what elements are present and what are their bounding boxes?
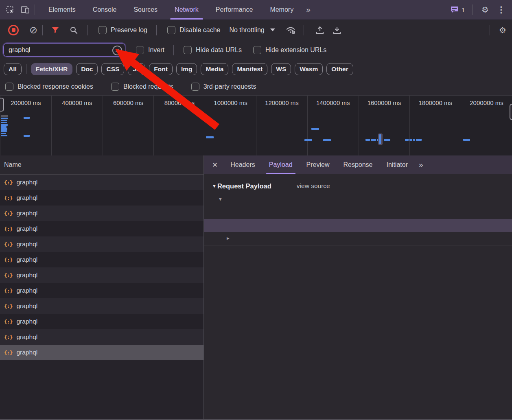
table-row[interactable]: {:}graphql: [0, 329, 203, 345]
table-row[interactable]: {:}graphql: [0, 298, 203, 314]
preserve-log-toggle[interactable]: Preserve log: [98, 26, 147, 34]
device-toolbar-icon[interactable]: [21, 6, 30, 14]
table-row[interactable]: {:}graphql: [0, 190, 203, 206]
preserve-log-checkbox[interactable]: [98, 26, 107, 34]
record-network-log-button[interactable]: [8, 25, 19, 35]
table-row[interactable]: {:}graphql: [0, 345, 203, 360]
tab-performance[interactable]: Performance: [207, 0, 262, 20]
tab-memory[interactable]: Memory: [261, 0, 302, 20]
search-icon[interactable]: [70, 26, 78, 34]
import-har-icon[interactable]: [315, 26, 324, 35]
blocked-requests-checkbox[interactable]: [111, 83, 119, 91]
chip-fetch-xhr[interactable]: Fetch/XHR: [31, 63, 72, 75]
chip-css[interactable]: CSS: [101, 63, 124, 75]
detail-tab-headers[interactable]: Headers: [223, 155, 262, 174]
request-name: graphql: [16, 194, 37, 201]
timeline-left-handle[interactable]: [0, 98, 4, 112]
hide-extension-urls-toggle[interactable]: Hide extension URLs: [253, 46, 326, 54]
tab-sources[interactable]: Sources: [125, 0, 166, 20]
timeline-columns: 200000 ms400000 ms600000 ms800000 ms1000…: [0, 96, 512, 155]
table-row[interactable]: {:}graphql: [0, 221, 203, 236]
table-row[interactable]: {:}graphql: [0, 283, 203, 298]
table-row[interactable]: {:}graphql: [0, 252, 203, 267]
table-row[interactable]: {:}graphql: [0, 267, 203, 283]
request-bar: [365, 139, 370, 141]
chip-img[interactable]: Img: [176, 63, 197, 75]
kebab-menu-icon[interactable]: ⋮: [493, 5, 507, 15]
json-icon: {:}: [4, 241, 12, 247]
table-row[interactable]: {:}graphql: [0, 206, 203, 221]
disable-cache-toggle[interactable]: Disable cache: [167, 26, 221, 34]
network-conditions-icon[interactable]: [286, 26, 296, 34]
clear-filter-icon[interactable]: ✕: [112, 46, 122, 55]
invert-toggle[interactable]: Invert: [136, 46, 164, 54]
export-har-icon[interactable]: [333, 26, 341, 35]
blocked-response-cookies-toggle[interactable]: Blocked response cookies: [5, 83, 93, 91]
hide-data-urls-checkbox[interactable]: [184, 46, 192, 54]
blocked-response-cookies-checkbox[interactable]: [5, 83, 13, 91]
timeline-right-handle[interactable]: [510, 104, 512, 120]
operation-name-line[interactable]: operationName: "ipFlowTimeseries": [204, 206, 512, 219]
blocked-requests-toggle[interactable]: Blocked requests: [111, 83, 173, 91]
inspect-element-icon[interactable]: [6, 6, 15, 14]
payload-preview-line[interactable]: ▼ {operationName: "ipFlowTimeseries", va…: [204, 193, 512, 206]
hide-data-urls-label: Hide data URLs: [196, 46, 242, 54]
tab-console[interactable]: Console: [84, 0, 125, 20]
close-detail-icon[interactable]: ✕: [204, 161, 223, 169]
chip-all[interactable]: All: [4, 63, 22, 75]
timeline-label-400000-ms: 400000 ms: [51, 96, 103, 155]
clear-network-log-icon[interactable]: ⊘: [29, 25, 37, 35]
more-tabs-icon[interactable]: »: [302, 5, 315, 14]
invert-checkbox[interactable]: [136, 46, 144, 54]
chip-wasm[interactable]: Wasm: [295, 63, 323, 75]
timeline-overview[interactable]: 200000 ms400000 ms600000 ms800000 ms1000…: [0, 96, 512, 156]
table-row[interactable]: {:}graphql: [0, 314, 203, 329]
table-row[interactable]: {:}graphql: [0, 236, 203, 252]
throttling-dropdown[interactable]: No throttling: [229, 26, 275, 34]
detail-tab-response[interactable]: Response: [336, 155, 379, 174]
network-settings-gear-icon[interactable]: ⚙: [495, 25, 512, 35]
disable-cache-checkbox[interactable]: [167, 26, 175, 34]
chip-manifest[interactable]: Manifest: [232, 63, 267, 75]
request-rows: {:}graphql{:}graphql{:}graphql{:}graphql…: [0, 175, 203, 420]
request-detail-panel: ✕ HeadersPayloadPreviewResponseInitiator…: [203, 155, 512, 420]
name-column-header[interactable]: Name: [0, 155, 203, 175]
request-payload-title: Request Payload: [217, 182, 271, 190]
tri-right-icon[interactable]: ▶: [227, 232, 230, 245]
chip-media[interactable]: Media: [201, 63, 228, 75]
timeline-label-1200000-ms: 1200000 ms: [256, 96, 307, 155]
detail-tab-initiator[interactable]: Initiator: [380, 155, 415, 174]
request-name: graphql: [16, 256, 37, 263]
filter-funnel-icon[interactable]: [52, 27, 59, 33]
messages-indicator[interactable]: 1: [450, 6, 465, 14]
tab-elements[interactable]: Elements: [40, 0, 84, 20]
detail-tab-payload[interactable]: Payload: [262, 155, 300, 174]
view-source-link[interactable]: view source: [297, 182, 330, 190]
chip-doc[interactable]: Doc: [76, 63, 98, 75]
chip-js[interactable]: JS: [128, 63, 145, 75]
query-line-highlighted[interactable]: query: "query ipFlowTimeseries($accountT…: [204, 219, 512, 232]
name-column-label: Name: [4, 161, 22, 168]
filter-input[interactable]: [3, 43, 125, 57]
chip-ws[interactable]: WS: [271, 63, 291, 75]
hide-extension-urls-checkbox[interactable]: [253, 46, 261, 54]
chip-other[interactable]: Other: [326, 63, 353, 75]
collapse-triangle-icon[interactable]: ▼: [212, 184, 217, 188]
request-payload-header[interactable]: ▼ Request Payload view source: [204, 179, 512, 193]
chip-font[interactable]: Font: [149, 63, 173, 75]
3rd-party-requests-checkbox[interactable]: [191, 83, 199, 91]
detail-more-tabs-icon[interactable]: »: [415, 160, 428, 169]
main-split: Name {:}graphql{:}graphql{:}graphql{:}gr…: [0, 155, 512, 420]
json-icon: {:}: [4, 179, 12, 186]
tri-down-icon[interactable]: ▼: [219, 193, 222, 206]
timeline-label-600000-ms: 600000 ms: [103, 96, 154, 155]
tab-network[interactable]: Network: [166, 0, 207, 20]
table-row[interactable]: {:}graphql: [0, 175, 203, 190]
timeline-gray: [1, 115, 8, 117]
variables-line[interactable]: ▶ variables: {accountTag: "b12e3b2192ee5…: [204, 232, 512, 245]
secondary-filter-row: Blocked response cookiesBlocked requests…: [0, 78, 512, 96]
hide-data-urls-toggle[interactable]: Hide data URLs: [184, 46, 242, 54]
detail-tab-preview[interactable]: Preview: [300, 155, 337, 174]
settings-gear-icon[interactable]: ⚙: [477, 5, 493, 15]
3rd-party-requests-toggle[interactable]: 3rd-party requests: [191, 83, 256, 91]
